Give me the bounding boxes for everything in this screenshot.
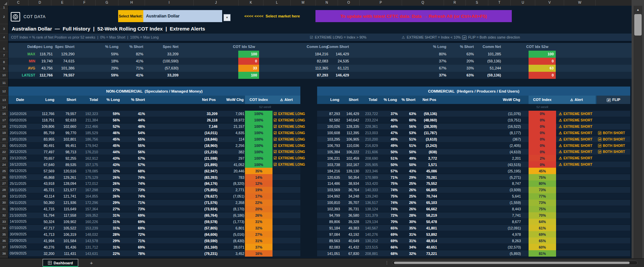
cell[interactable]: 143,578 xyxy=(76,237,98,244)
cell[interactable]: 09/12/2025 xyxy=(10,168,31,174)
cell[interactable]: 50% xyxy=(378,161,398,168)
cot-index-cell[interactable]: 27% xyxy=(245,231,273,237)
cell[interactable]: 233,722 xyxy=(359,111,378,117)
cell[interactable]: 71% xyxy=(378,174,398,180)
cell[interactable]: 131,379 xyxy=(359,212,378,219)
cell[interactable]: 23/12/2025 xyxy=(10,155,31,161)
cell[interactable]: 783 xyxy=(217,174,244,180)
cell[interactable]: 45% xyxy=(98,136,120,143)
row-header-16[interactable]: 16 xyxy=(0,111,8,117)
cell[interactable]: 40,651 xyxy=(416,244,437,250)
cot-index-cell[interactable]: 0% xyxy=(529,161,556,168)
summary-cell[interactable]: (57,630) xyxy=(148,65,179,72)
cell[interactable]: 26% xyxy=(98,180,120,187)
column-header-K[interactable]: K xyxy=(239,0,263,6)
cell[interactable]: (838) xyxy=(416,149,437,155)
cot-index-cell[interactable]: 0% xyxy=(529,143,556,149)
cell[interactable]: 216,829 xyxy=(359,143,378,149)
cell[interactable]: (59,136) xyxy=(416,111,437,117)
cell[interactable]: 208,881 xyxy=(359,250,378,257)
cell[interactable]: 4,835 xyxy=(217,130,244,136)
cot-index-cell[interactable]: 100% xyxy=(245,149,273,155)
cell[interactable]: 73% xyxy=(120,206,145,212)
summary-cell[interactable]: 33,209 xyxy=(148,51,179,58)
cell[interactable]: (11,076) xyxy=(437,111,521,117)
cell[interactable]: 129,261 xyxy=(54,174,76,180)
cell[interactable]: 50,478 xyxy=(416,219,437,225)
cell[interactable]: 94,799 xyxy=(317,212,340,219)
cell[interactable]: (8,177) xyxy=(437,130,521,136)
column-header-T[interactable]: T xyxy=(488,0,511,6)
cot-index-cell[interactable]: 100% xyxy=(245,161,273,168)
cot-index-cell[interactable]: 65% xyxy=(529,237,556,244)
cell[interactable]: 50,360 xyxy=(31,200,54,206)
cell[interactable]: 99,770 xyxy=(54,130,76,136)
cot-index-cell[interactable]: 17% xyxy=(245,193,273,200)
cell[interactable]: 91,436 xyxy=(54,244,76,250)
cell[interactable]: 2,256 xyxy=(217,143,244,149)
cell[interactable]: (84,176) xyxy=(145,180,217,187)
cell[interactable]: 141,051 xyxy=(317,250,340,257)
cell[interactable]: (64,606) xyxy=(145,231,217,237)
cell[interactable]: (1,773) xyxy=(217,219,244,225)
cell[interactable]: 44% xyxy=(98,149,120,155)
cell[interactable]: 41,713 xyxy=(31,231,54,237)
cell[interactable]: 56% xyxy=(98,117,120,123)
cell[interactable]: 121,741 xyxy=(54,193,76,200)
cell[interactable]: 115,649 xyxy=(54,206,76,212)
cell[interactable]: 91,184 xyxy=(317,225,340,231)
cell[interactable]: 210,200 xyxy=(359,136,378,143)
cell[interactable]: 74% xyxy=(378,206,398,212)
cell[interactable]: (3,939) xyxy=(437,187,521,193)
cell[interactable]: 31% xyxy=(98,219,120,225)
cell[interactable]: (8,430) xyxy=(217,237,244,244)
cell[interactable]: 26% xyxy=(98,193,120,200)
cell[interactable]: 41,432 xyxy=(340,244,359,250)
cell[interactable]: (18,960) xyxy=(145,143,217,149)
cell[interactable]: 29% xyxy=(98,237,120,244)
cell[interactable]: 41,801 xyxy=(416,225,437,231)
cot-index-cell[interactable]: 100% xyxy=(245,130,273,136)
cell[interactable]: 41,052 xyxy=(217,161,244,168)
cell[interactable]: 41% xyxy=(120,111,145,117)
summary-cell[interactable]: (100,590) xyxy=(148,58,179,65)
column-header-S[interactable]: S xyxy=(466,0,488,6)
cell[interactable]: 55% xyxy=(120,136,145,143)
cell[interactable]: 120,516 xyxy=(54,168,76,174)
row-header-2[interactable]: 2 xyxy=(0,9,8,24)
cell[interactable]: 82,083 xyxy=(317,244,340,250)
cot-index-cell[interactable]: 20% xyxy=(245,206,273,212)
cell[interactable]: 57% xyxy=(120,155,145,161)
cell[interactable]: 50% xyxy=(398,161,416,168)
cell[interactable]: 172,296 xyxy=(76,200,98,206)
cell[interactable]: 100,608 xyxy=(317,130,340,136)
cell[interactable]: 131,712 xyxy=(76,244,98,250)
row-header-28[interactable]: 28 xyxy=(0,187,8,193)
cell[interactable]: 14/10/2025 xyxy=(10,219,31,225)
summary-cell[interactable]: 59% xyxy=(95,51,118,58)
summary-cell[interactable]: 82% xyxy=(120,51,143,58)
column-header-L[interactable]: L xyxy=(263,0,291,6)
cot-index-cell[interactable]: 75% xyxy=(529,174,556,180)
cell[interactable]: 58,219 xyxy=(416,212,437,219)
cell[interactable]: 110,036 xyxy=(340,143,359,149)
cell[interactable]: 30/09/2025 xyxy=(10,231,31,237)
cell[interactable]: 102,393 xyxy=(317,206,340,212)
cell[interactable]: (11,787) xyxy=(416,130,437,136)
cell[interactable]: 139,240 xyxy=(359,193,378,200)
cot-index-cell[interactable]: 14% xyxy=(245,174,273,180)
cell[interactable]: 59% xyxy=(98,111,120,117)
cell[interactable]: 21/10/2025 xyxy=(10,212,31,219)
add-sheet-button[interactable]: + xyxy=(90,259,93,267)
summary-cell[interactable]: 63% xyxy=(450,72,474,79)
summary-cell[interactable]: 37% xyxy=(423,58,446,65)
row-header-7[interactable]: 7 xyxy=(0,52,8,59)
cell[interactable]: 37% xyxy=(378,111,398,117)
overflow-menu-icon[interactable]: ⋮ xyxy=(385,259,389,267)
summary-cell[interactable]: 101,285 xyxy=(471,51,501,58)
cell[interactable]: 382 xyxy=(217,149,244,155)
cell[interactable]: 1,571 xyxy=(416,161,437,168)
cot-index-cell[interactable]: 100% xyxy=(245,136,273,143)
cell[interactable]: (5,016) xyxy=(217,231,244,237)
cot-index-cell[interactable]: 0% xyxy=(529,117,556,123)
